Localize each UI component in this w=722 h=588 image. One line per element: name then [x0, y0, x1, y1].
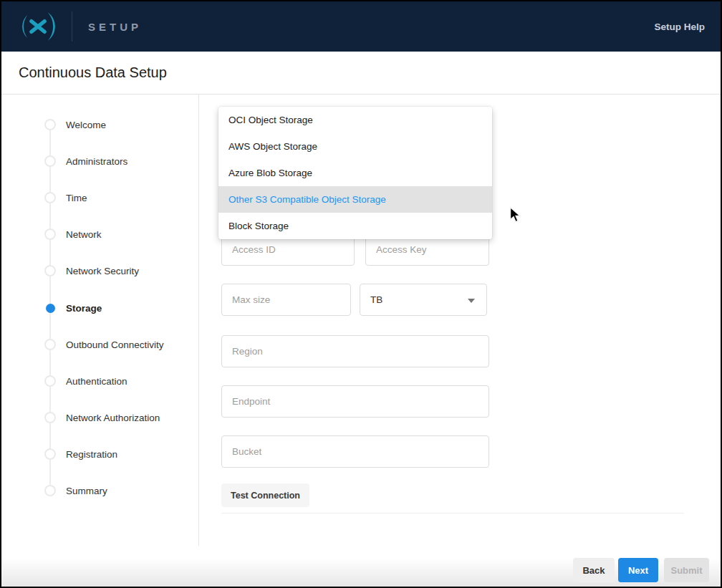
stepper-item-label: Time	[66, 193, 87, 203]
form-bottom-divider	[221, 513, 684, 514]
step-circle-icon	[44, 485, 56, 496]
step-active-dot-icon	[46, 304, 55, 313]
step-circle-icon	[44, 412, 56, 423]
setup-stepper: WelcomeAdministratorsTimeNetworkNetwork …	[1, 95, 198, 546]
bucket-input[interactable]	[221, 435, 489, 468]
stepper-item-welcome[interactable]: Welcome	[1, 117, 198, 132]
size-unit-value: TB	[370, 294, 382, 305]
setup-help-link[interactable]: Setup Help	[654, 21, 705, 32]
next-button[interactable]: Next	[618, 558, 658, 582]
stepper-item-network-security[interactable]: Network Security	[1, 264, 198, 278]
chevron-down-icon	[468, 299, 475, 303]
dropdown-option-azure-blob-storage[interactable]: Azure Blob Storage	[218, 160, 492, 186]
dropdown-option-oci-object-storage[interactable]: OCI Object Storage	[218, 107, 492, 133]
stepper-item-label: Welcome	[66, 120, 106, 130]
stepper-item-authentication[interactable]: Authentication	[1, 374, 198, 388]
stepper-item-network-authorization[interactable]: Network Authorization	[1, 410, 198, 425]
step-circle-icon	[44, 265, 56, 276]
step-circle-icon	[44, 155, 56, 167]
stepper-item-label: Authentication	[66, 376, 127, 387]
stepper-item-summary[interactable]: Summary	[1, 483, 198, 498]
endpoint-input[interactable]	[221, 385, 489, 418]
stepper-item-label: Summary	[66, 486, 107, 496]
step-circle-icon	[44, 448, 56, 460]
setup-window: SETUP Setup Help Continuous Data Setup W…	[0, 0, 722, 588]
step-circle-icon	[44, 119, 56, 130]
dropdown-option-aws-object-storage[interactable]: AWS Object Storage	[218, 133, 492, 160]
brand-label: SETUP	[88, 21, 142, 33]
stepper-item-label: Outbound Connectivity	[66, 339, 164, 350]
header-divider	[72, 11, 72, 42]
step-circle-icon	[44, 375, 56, 387]
back-button[interactable]: Back	[573, 558, 615, 582]
test-connection-button[interactable]: Test Connection	[221, 483, 309, 507]
stepper-item-registration[interactable]: Registration	[1, 447, 198, 461]
delphix-logo-icon	[17, 10, 59, 43]
stepper-item-label: Administrators	[66, 156, 127, 167]
stepper-item-administrators[interactable]: Administrators	[1, 154, 198, 168]
submit-button: Submit	[664, 558, 709, 582]
stepper-item-storage[interactable]: Storage	[1, 301, 198, 315]
size-unit-select[interactable]: TB	[360, 284, 487, 316]
app-header: SETUP Setup Help	[1, 1, 721, 52]
max-size-input[interactable]	[221, 284, 351, 316]
title-bar: Continuous Data Setup	[1, 52, 721, 95]
stepper-item-time[interactable]: Time	[1, 191, 198, 205]
storage-type-dropdown: OCI Object StorageAWS Object StorageAzur…	[218, 107, 492, 239]
stepper-item-label: Network Security	[66, 266, 139, 276]
stepper-item-network[interactable]: Network	[1, 227, 198, 241]
step-circle-icon	[44, 339, 56, 350]
page-title: Continuous Data Setup	[19, 64, 167, 81]
dropdown-option-block-storage[interactable]: Block Storage	[218, 213, 492, 239]
step-circle-icon	[44, 192, 56, 203]
region-input[interactable]	[221, 335, 489, 367]
stepper-item-label: Network	[66, 229, 102, 240]
step-circle-icon	[44, 228, 56, 240]
stepper-item-label: Registration	[66, 449, 117, 460]
wizard-footer: Back Next Submit	[1, 546, 721, 588]
dropdown-option-other-s3-compatible-object-storage[interactable]: Other S3 Compatible Object Storage	[218, 186, 492, 213]
stepper-item-label: Network Authorization	[66, 413, 160, 423]
stepper-item-outbound-connectivity[interactable]: Outbound Connectivity	[1, 337, 198, 352]
stepper-item-label: Storage	[66, 303, 102, 314]
